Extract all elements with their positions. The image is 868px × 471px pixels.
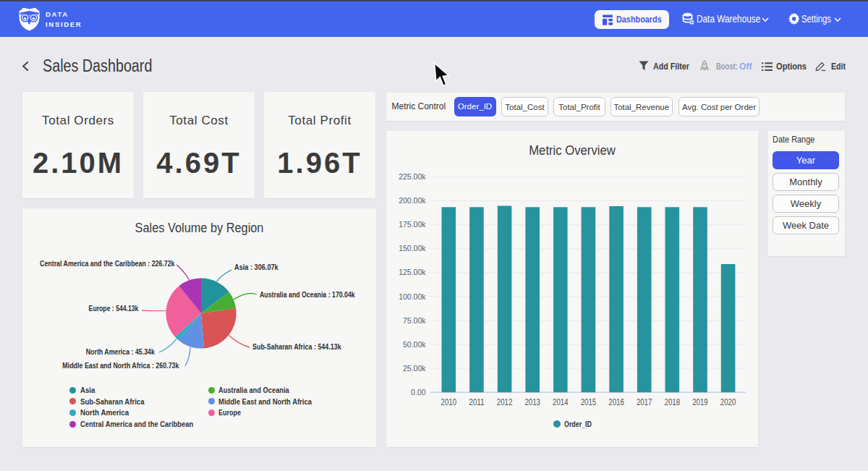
svg-text:125.00k: 125.00k: [399, 268, 426, 276]
svg-text:225.00k: 225.00k: [399, 172, 426, 181]
svg-text:2018: 2018: [664, 397, 680, 407]
svg-text:2016: 2016: [608, 397, 624, 407]
svg-text:200.00k: 200.00k: [399, 196, 426, 205]
svg-text:25.00k: 25.00k: [402, 364, 425, 373]
svg-text:2017: 2017: [636, 397, 652, 407]
svg-text:2020: 2020: [720, 397, 736, 407]
svg-text:75.00k: 75.00k: [402, 316, 425, 325]
svg-text:2015: 2015: [580, 397, 596, 407]
svg-text:2014: 2014: [553, 397, 569, 407]
svg-text:2010: 2010: [441, 397, 456, 407]
svg-text:2012: 2012: [496, 397, 512, 407]
svg-text:150.00k: 150.00k: [399, 244, 426, 253]
svg-text:175.00k: 175.00k: [399, 220, 426, 229]
svg-text:0.00: 0.00: [411, 388, 426, 396]
svg-text:50.00k: 50.00k: [402, 340, 425, 349]
svg-text:2011: 2011: [469, 397, 485, 407]
svg-text:100.00k: 100.00k: [399, 292, 426, 301]
svg-text:2013: 2013: [524, 397, 540, 407]
svg-text:2019: 2019: [692, 397, 708, 407]
